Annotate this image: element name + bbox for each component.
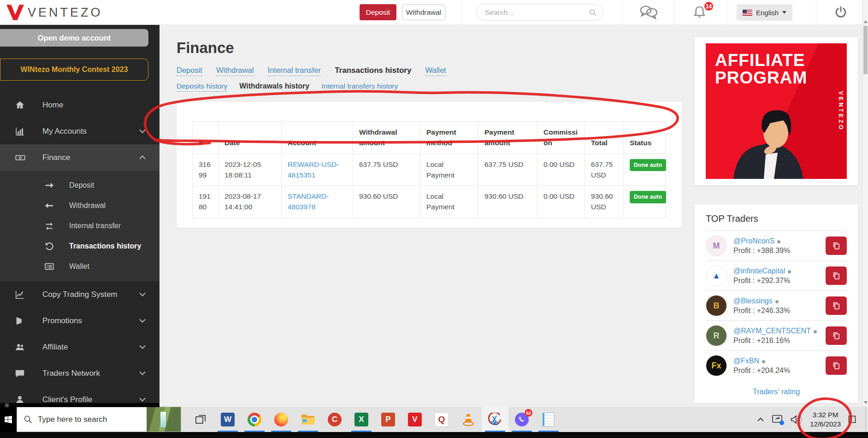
vlc-icon (462, 413, 475, 426)
sidebar-item-promotions[interactable]: Promotions (0, 308, 159, 334)
copy-trader-button[interactable] (826, 356, 847, 375)
user-icon (15, 395, 28, 403)
sidebar-item-traders-network[interactable]: Traders Network (0, 360, 159, 386)
sidebar-item-internal-transfer[interactable]: Internal transfer (0, 216, 159, 236)
sidebar-item-copy-trading-system[interactable]: Copy Trading System (0, 281, 159, 308)
sidebar-item-finance[interactable]: Finance (0, 144, 159, 171)
history-icon (44, 241, 56, 251)
firefox-icon (274, 413, 288, 426)
taskbar-clock[interactable]: 3:32 PM 12/6/2023 (810, 410, 841, 428)
bar-chart-icon (15, 126, 28, 136)
open-demo-account-button[interactable]: Open demo account (0, 29, 148, 47)
tray-chevron-up-icon[interactable] (757, 417, 764, 422)
affiliate-banner[interactable]: AFFILIATE PROGRAM VENTEZO (706, 43, 847, 179)
search-highlight-image[interactable] (147, 407, 181, 432)
start-button[interactable] (0, 407, 17, 432)
table-row: 316992023-12-05 18:08:11REWARD-USD-48153… (193, 154, 666, 186)
column-header-commission: Commission (537, 122, 585, 154)
taskbar-app-snipping-tool[interactable] (482, 407, 508, 432)
subtab-withdrawals-history[interactable]: Withdrawals history (239, 82, 309, 90)
taskbar-app-task-view[interactable] (188, 407, 214, 432)
sidebar-item-withdrawal[interactable]: Withdrawal (0, 195, 159, 216)
deposit-button[interactable]: Deposit (360, 4, 396, 20)
trader-profit: Profit : +292.37% (733, 277, 819, 285)
top-header: VENTEZO Deposit Withdrawal 14 (0, 0, 868, 25)
traders-rating-link[interactable]: Traders' rating (706, 388, 847, 396)
brand-logo[interactable]: VENTEZO (6, 3, 103, 22)
sidebar-item-transactions-history[interactable]: Transactions history (0, 236, 159, 256)
taskbar-search-icon (24, 415, 32, 424)
sidebar-item-deposit[interactable]: Deposit (0, 175, 159, 195)
sidebar-item-label: Promotions (42, 316, 82, 326)
taskbar-search[interactable]: Type here to search (17, 407, 181, 432)
sidebar-item-wallet[interactable]: Wallet (0, 256, 159, 277)
taskbar-app-q-app[interactable]: Q (428, 407, 455, 432)
withdrawal-button[interactable]: Withdrawal (402, 4, 445, 20)
table-header-row: #DateAccountWithdrawal amountPayment met… (193, 122, 666, 154)
trader-name-link[interactable]: @infiniteCapital (733, 267, 785, 275)
action-center-icon[interactable] (848, 415, 856, 423)
taskbar-app-excel[interactable]: X (348, 407, 375, 432)
sidebar-item-home[interactable]: Home (0, 92, 159, 118)
taskbar-app-vlc[interactable] (455, 407, 482, 432)
account-link[interactable]: STANDARD-4803978 (288, 192, 329, 211)
show-desktop-button[interactable] (865, 407, 868, 432)
taskbar-app-viber[interactable]: 52 (508, 407, 535, 432)
cell-id: 19180 (193, 186, 218, 218)
taskbar-app-powerpoint[interactable]: P (375, 407, 402, 432)
trader-name-link[interactable]: @ProNconS (733, 237, 774, 245)
display-sync-icon[interactable] (772, 414, 783, 425)
trader-avatar: Fx (706, 355, 727, 376)
account-link[interactable]: REWARD-USD-4815351 (288, 160, 339, 179)
tab-internal-transfer[interactable]: Internal transfer (268, 66, 321, 76)
scrollbar-thumb[interactable] (863, 26, 868, 74)
trader-name-link[interactable]: @Blessings (733, 297, 773, 305)
search-input[interactable] (484, 8, 586, 17)
subtab-internal-transfers-history[interactable]: Internal transfers history (321, 82, 398, 92)
chevron-down-icon (139, 129, 146, 133)
page-scrollbar[interactable] (862, 0, 868, 407)
tab-withdrawal[interactable]: Withdrawal (216, 66, 254, 76)
trader-profit: Profit : +216.16% (733, 337, 819, 345)
trader-avatar: R (706, 325, 727, 346)
scrollbar-up-arrow[interactable] (864, 20, 868, 23)
header-divider (622, 0, 622, 24)
taskbar-app-v-app[interactable]: V (402, 407, 428, 432)
taskbar-app-word[interactable]: W (214, 407, 241, 432)
tab-deposit[interactable]: Deposit (177, 66, 202, 76)
taskbar-app-file-explorer[interactable] (295, 407, 321, 432)
trader-name-link[interactable]: @FxBN (733, 357, 759, 365)
power-icon (834, 6, 847, 18)
tab-wallet[interactable]: Wallet (425, 66, 446, 76)
finance-submenu: DepositWithdrawalInternal transferTransa… (0, 171, 159, 281)
copy-trader-button[interactable] (826, 237, 847, 255)
header-divider (462, 0, 462, 24)
contest-button[interactable]: WINtezo Monthly Contest 2023 (0, 59, 148, 81)
subtab-deposits-history[interactable]: Deposits history (177, 82, 227, 92)
trader-name-link[interactable]: @RAYM_CENTSCENT (733, 327, 811, 335)
copy-trader-button[interactable] (826, 296, 847, 315)
cell-id: 31699 (193, 154, 218, 186)
cell-status: Done auto (624, 186, 666, 218)
sidebar-item-client-s-profile[interactable]: Client's Profile (0, 386, 159, 403)
scrollbar-down-arrow[interactable] (864, 401, 868, 404)
copy-trader-button[interactable] (826, 326, 847, 345)
messages-button[interactable] (638, 5, 659, 22)
header-search[interactable] (476, 4, 603, 21)
speaker-icon[interactable] (790, 414, 803, 425)
taskbar-app-notepad[interactable] (535, 407, 562, 432)
trader-profit: Profit : +204.24% (733, 367, 819, 375)
taskbar-app-chrome[interactable] (241, 407, 268, 432)
megaphone-icon (15, 316, 28, 326)
viber-unread-badge: 52 (525, 409, 532, 417)
taskbar-app-ccleaner[interactable]: C (321, 407, 348, 432)
taskbar-app-firefox[interactable] (268, 407, 295, 432)
trader-row: M@ProNconSProfit : +388.39% (706, 231, 847, 260)
sidebar-item-my-accounts[interactable]: My Accounts (0, 118, 159, 144)
copy-trader-button[interactable] (826, 266, 847, 285)
excel-icon: X (354, 413, 368, 426)
logout-button[interactable] (834, 6, 847, 20)
language-selector[interactable]: English (737, 4, 792, 21)
tab-transactions-history[interactable]: Transactions history (335, 66, 411, 75)
sidebar-item-affiliate[interactable]: Affiliate (0, 334, 159, 360)
